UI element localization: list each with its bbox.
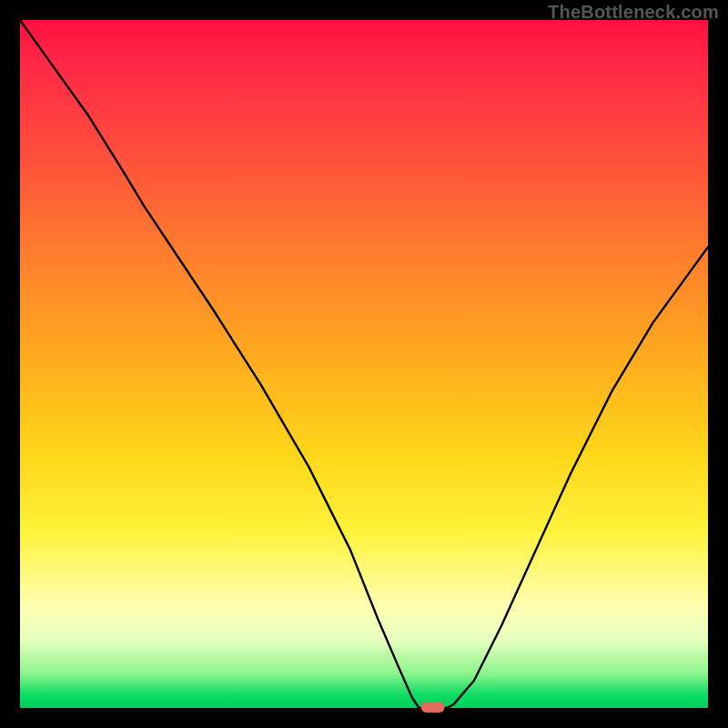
plot-area [20, 20, 708, 708]
chart-frame: TheBottleneck.com [0, 0, 728, 728]
bottleneck-curve [20, 20, 708, 708]
watermark-text: TheBottleneck.com [548, 2, 719, 23]
optimal-marker [421, 702, 445, 713]
chart-svg [20, 20, 708, 708]
